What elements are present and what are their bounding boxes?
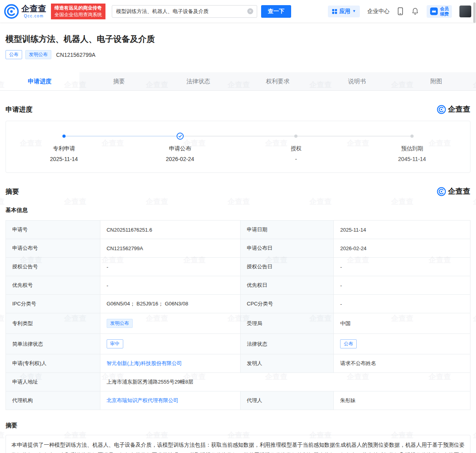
field-label: 简单法律状态 xyxy=(6,334,100,354)
table-row: 授权公告号 - 授权公告日 - xyxy=(6,258,470,276)
qcc-logo-icon xyxy=(4,4,19,19)
tab-claims[interactable]: 权利要求 xyxy=(238,72,317,90)
field-label: 专利类型 xyxy=(6,313,100,334)
summary-section-head: 摘要 企查查 xyxy=(0,186,476,197)
field-label: 发明人 xyxy=(240,354,333,373)
field-value: 中国 xyxy=(334,313,470,334)
field-value: - xyxy=(334,295,470,313)
field-label: 申请日期 xyxy=(240,221,333,239)
notification-bell-icon[interactable] xyxy=(411,7,419,15)
timeline-step-expiry: 预估到期 2045-11-14 xyxy=(354,132,470,162)
field-value: - xyxy=(100,258,240,276)
step-dot-pending xyxy=(410,135,414,138)
enterprise-center-link[interactable]: 企业中心 xyxy=(367,8,389,15)
field-label: IPC分类号 xyxy=(6,295,100,313)
field-value: 公布 xyxy=(334,334,470,354)
field-label: 代理机构 xyxy=(6,391,100,410)
tab-abstract[interactable]: 摘要 xyxy=(79,72,159,90)
patent-meta: 公布 发明公布 CN121562799A xyxy=(6,50,470,59)
patent-header: 模型训练方法、机器人、电子设备及介质 公布 发明公布 CN121562799A xyxy=(0,34,476,59)
search-bar: × 查一下 xyxy=(112,5,291,18)
tab-legal-status[interactable]: 法律状态 xyxy=(159,72,238,90)
field-label: 申请公布号 xyxy=(6,239,100,258)
field-value: CN202511676251.6 xyxy=(100,221,240,239)
qcc-brand-mark: 企查查 xyxy=(437,186,470,197)
summary-section-title: 摘要 xyxy=(6,187,19,196)
field-label: 授权公告日 xyxy=(240,258,333,276)
abstract-heading: 摘要 xyxy=(0,422,476,429)
table-row: 申请公布号 CN121562799A 申请公布日 2026-02-24 xyxy=(6,239,470,258)
agency-link[interactable]: 北京布瑞知识产权代理有限公司 xyxy=(107,397,179,403)
progress-section-head: 申请进度 企查查 xyxy=(0,104,476,114)
field-value: 审中 xyxy=(100,334,240,354)
field-label: 申请公布日 xyxy=(240,239,333,258)
tab-application-progress[interactable]: 申请进度 xyxy=(0,72,79,90)
step-dot-done xyxy=(62,135,66,138)
header-actions: 应用 ▼ 企业中心 会员 续费 xyxy=(328,5,471,18)
patent-type-tag: 发明公布 xyxy=(107,319,133,328)
table-row: 简单法律状态 审中 法律状态 公布 xyxy=(6,334,470,354)
basic-info-heading: 基本信息 xyxy=(0,207,476,214)
field-value: 发明公布 xyxy=(100,313,240,334)
slogan-line1: 缔造有远见的商业传奇 xyxy=(55,5,102,11)
step-dot-pending xyxy=(294,135,297,138)
user-avatar[interactable] xyxy=(459,6,471,17)
vip-renew-button[interactable]: 会员 续费 xyxy=(427,5,452,18)
table-row: 专利类型 发明公布 受理局 中国 xyxy=(6,313,470,334)
search-input[interactable] xyxy=(112,8,257,14)
field-label: 代理人 xyxy=(240,391,333,410)
mobile-app-icon[interactable] xyxy=(397,7,404,15)
field-value: - xyxy=(334,276,470,295)
tab-description[interactable]: 说明书 xyxy=(317,72,397,90)
field-label: 法律状态 xyxy=(240,334,333,354)
field-value: G06N5/04； B25J9/16； G06N3/08 xyxy=(100,295,240,313)
logo-name: 企查查 xyxy=(21,4,46,13)
chevron-down-icon: ▼ xyxy=(352,9,356,13)
simple-legal-status-tag: 审中 xyxy=(107,339,123,348)
vip-label: 会员 续费 xyxy=(440,6,449,17)
applicant-link[interactable]: 智元创新(上海)科技股份有限公司 xyxy=(107,360,182,366)
vip-crown-icon xyxy=(430,7,438,15)
basic-info-table: 申请号 CN202511676251.6 申请日期 2025-11-14 申请公… xyxy=(6,220,470,410)
app-menu[interactable]: 应用 ▼ xyxy=(328,6,360,17)
field-label: 优先权日 xyxy=(240,276,333,295)
field-label: 申请人地址 xyxy=(6,373,100,391)
qcc-brand-name: 企查查 xyxy=(448,186,470,197)
field-value: 请求不公布姓名 xyxy=(334,354,470,373)
qcc-logo[interactable]: 企查查 Qcc.com xyxy=(4,4,46,19)
field-label: 受理局 xyxy=(240,313,333,334)
field-label: 申请(专利权)人 xyxy=(6,354,100,373)
field-value: 智元创新(上海)科技股份有限公司 xyxy=(100,354,240,373)
table-row: IPC分类号 G06N5/04； B25J9/16； G06N3/08 CPC分… xyxy=(6,295,470,313)
legal-status-tag: 公布 xyxy=(340,339,357,348)
qcc-brand-icon xyxy=(437,105,446,114)
app-menu-label: 应用 xyxy=(339,8,350,15)
logo-text: 企查查 Qcc.com xyxy=(21,4,46,18)
table-row: 申请(专利权)人 智元创新(上海)科技股份有限公司 发明人 请求不公布姓名 xyxy=(6,354,470,373)
timeline-step-filed: 专利申请 2025-11-14 xyxy=(6,132,122,162)
field-label: 授权公告号 xyxy=(6,258,100,276)
status-badge: 公布 xyxy=(6,50,22,59)
detail-tabs: 申请进度 摘要 法律状态 权利要求 说明书 附图 xyxy=(0,72,476,91)
table-row: 优先权号 - 优先权日 - xyxy=(6,276,470,295)
scrollbar-thumb[interactable] xyxy=(473,2,476,23)
search-button[interactable]: 查一下 xyxy=(261,5,291,18)
field-label: CPC分类号 xyxy=(240,295,333,313)
apps-grid-icon xyxy=(332,9,337,14)
table-row: 申请人地址 上海市浦东新区秀浦路2555号29幢8层 xyxy=(6,373,470,391)
clear-search-icon[interactable]: × xyxy=(247,8,253,14)
field-value: 上海市浦东新区秀浦路2555号29幢8层 xyxy=(100,373,470,391)
tab-drawings[interactable]: 附图 xyxy=(397,72,476,90)
page-title: 模型训练方法、机器人、电子设备及介质 xyxy=(6,34,470,45)
progress-section-title: 申请进度 xyxy=(6,105,32,114)
application-progress-card: 专利申请 2025-11-14 申请公布 2026-02-24 授权 - xyxy=(6,121,470,173)
abstract-text: 本申请提供了一种模型训练方法、机器人、电子设备及介质，该模型训练方法包括：获取当… xyxy=(6,435,470,453)
progress-timeline: 专利申请 2025-11-14 申请公布 2026-02-24 授权 - xyxy=(6,132,470,162)
check-icon xyxy=(177,133,184,140)
qcc-brand-name: 企查查 xyxy=(448,104,470,114)
logo-subtext: Qcc.com xyxy=(24,14,44,18)
timeline-step-published: 申请公布 2026-02-24 xyxy=(122,132,238,162)
field-value: 朱彤妹 xyxy=(334,391,470,410)
search-box: × xyxy=(112,5,257,18)
table-row: 代理机构 北京布瑞知识产权代理有限公司 代理人 朱彤妹 xyxy=(6,391,470,410)
